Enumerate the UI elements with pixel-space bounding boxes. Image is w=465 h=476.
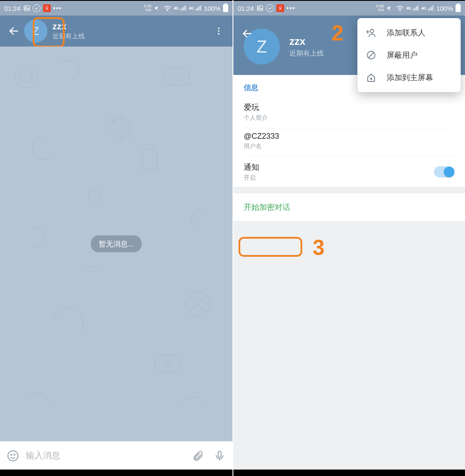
svg-point-14 — [218, 28, 220, 29]
empty-chat-message: 暂无消息... — [91, 236, 142, 252]
svg-rect-43 — [432, 6, 433, 10]
svg-point-35 — [399, 9, 400, 10]
network-4g-label: 4G — [406, 6, 411, 10]
notifications-toggle[interactable] — [434, 166, 455, 177]
svg-rect-39 — [417, 6, 418, 10]
bio-row[interactable]: 爱玩 个人简介 — [244, 99, 455, 128]
section-divider — [233, 187, 465, 193]
overflow-menu: 添加联系人 屏蔽用户 添加到主屏幕 — [357, 18, 461, 92]
menu-item-label: 添加到主屏幕 — [387, 72, 433, 83]
status-bar: 01:24 ••• 2.00 K/s — [0, 0, 232, 16]
svg-rect-31 — [257, 6, 263, 11]
bio-label: 个人简介 — [244, 114, 455, 122]
svg-point-18 — [20, 71, 32, 83]
profile-status: 近期有上线 — [289, 49, 324, 58]
contact-avatar[interactable]: Z — [24, 19, 47, 43]
avatar-letter: Z — [257, 37, 267, 56]
svg-point-16 — [218, 33, 220, 35]
menu-block-user[interactable]: 屏蔽用户 — [357, 44, 461, 66]
svg-rect-12 — [200, 6, 201, 10]
username-row[interactable]: @CZ2333 用户名 — [244, 128, 455, 157]
network-speed: 2.00 K/s — [144, 4, 152, 12]
status-time: 01:24 — [4, 5, 21, 12]
mute-icon — [387, 5, 394, 12]
svg-rect-9 — [195, 9, 196, 11]
empty-area — [233, 221, 465, 470]
wifi-icon — [396, 5, 404, 11]
menu-add-to-homescreen[interactable]: 添加到主屏幕 — [357, 66, 461, 89]
menu-add-contact[interactable]: 添加联系人 — [357, 22, 461, 44]
battery-percent: 100% — [437, 5, 453, 12]
signal-icon-2 — [428, 5, 434, 11]
image-icon — [23, 5, 30, 12]
block-icon — [366, 50, 376, 60]
more-notifications-icon: ••• — [53, 5, 62, 12]
svg-rect-19 — [164, 68, 189, 85]
svg-rect-8 — [185, 6, 186, 10]
svg-rect-10 — [197, 8, 198, 10]
more-notifications-icon: ••• — [287, 5, 296, 12]
android-nav-bar — [0, 470, 232, 476]
signal-icon — [413, 5, 419, 11]
back-button[interactable] — [3, 21, 24, 41]
svg-point-4 — [167, 9, 167, 10]
image-icon — [257, 5, 264, 12]
bio-value: 爱玩 — [244, 102, 455, 112]
svg-rect-41 — [429, 8, 430, 10]
add-contact-icon — [366, 28, 376, 38]
avatar-letter: Z — [32, 25, 39, 38]
svg-rect-30 — [218, 451, 221, 457]
svg-point-26 — [164, 361, 171, 367]
signal-icon-2 — [195, 5, 202, 11]
menu-item-label: 屏蔽用户 — [387, 50, 418, 60]
profile-name: zzx — [289, 35, 324, 47]
chat-app-bar: Z zzx 近期有上线 — [0, 16, 232, 47]
status-time: 01:24 — [238, 5, 254, 12]
mute-icon — [154, 5, 161, 12]
network-speed: 0.59 K/s — [376, 4, 384, 12]
svg-point-2 — [46, 6, 48, 9]
emoji-button[interactable] — [4, 447, 22, 464]
notifications-status: 开启 — [244, 174, 259, 182]
check-circle-icon — [33, 4, 40, 12]
svg-line-49 — [369, 53, 374, 58]
contact-title-block[interactable]: zzx 近期有上线 — [53, 22, 85, 40]
svg-rect-22 — [142, 149, 158, 169]
notification-app-icon — [43, 4, 51, 12]
status-bar: 01:24 ••• 0.59 K/s — [233, 0, 465, 16]
svg-point-15 — [218, 30, 220, 32]
contact-status: 近期有上线 — [53, 32, 85, 40]
annotation-number-3: 3 — [313, 235, 325, 260]
svg-rect-7 — [183, 7, 184, 11]
signal-icon — [180, 5, 186, 11]
attach-button[interactable] — [189, 447, 207, 464]
chat-background: 暂无消息... — [0, 47, 232, 441]
mic-button[interactable] — [211, 447, 228, 464]
svg-point-45 — [370, 29, 374, 33]
svg-rect-36 — [413, 9, 414, 11]
annotation-number-2: 2 — [332, 21, 344, 46]
message-input[interactable] — [26, 451, 185, 460]
battery-icon — [456, 4, 461, 12]
overflow-menu-button[interactable] — [208, 21, 229, 41]
svg-rect-38 — [416, 7, 417, 11]
notifications-title: 通知 — [244, 162, 259, 172]
svg-rect-6 — [182, 8, 183, 10]
left-screenshot: 01:24 ••• 2.00 K/s — [0, 0, 232, 476]
svg-line-20 — [166, 72, 187, 85]
back-button[interactable] — [237, 23, 257, 44]
contact-name: zzx — [53, 22, 85, 31]
svg-point-28 — [11, 454, 12, 455]
network-4g-label-2: 4G — [189, 6, 194, 10]
check-circle-icon — [266, 4, 274, 12]
network-4g-label: 4G — [174, 6, 179, 10]
home-plus-icon — [366, 72, 376, 83]
svg-point-27 — [8, 451, 18, 460]
svg-point-17 — [15, 65, 37, 88]
svg-point-33 — [279, 6, 281, 9]
start-secret-chat[interactable]: 开始加密对话 — [233, 193, 465, 221]
svg-rect-40 — [428, 9, 429, 11]
svg-rect-23 — [147, 144, 152, 149]
android-nav-bar — [233, 470, 465, 476]
notifications-row[interactable]: 通知 开启 — [244, 157, 455, 184]
